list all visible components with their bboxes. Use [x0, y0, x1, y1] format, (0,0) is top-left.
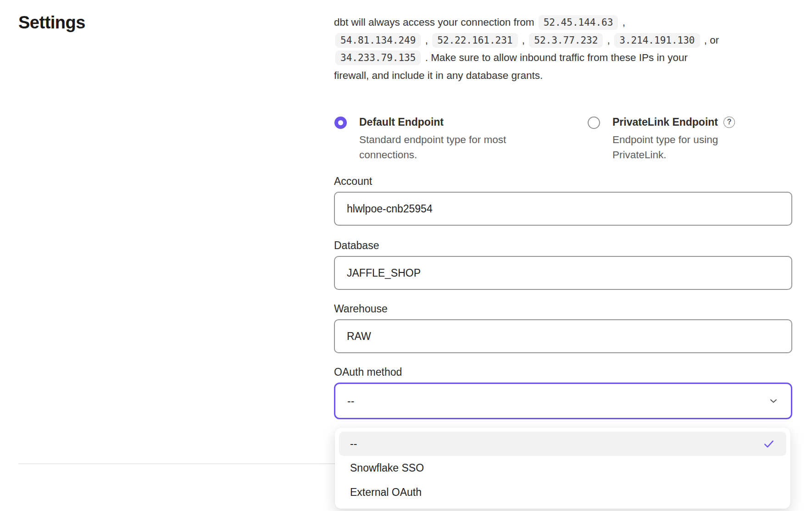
default-endpoint-description: Standard endpoint type for most connecti… — [359, 132, 538, 162]
database-input[interactable] — [334, 256, 792, 290]
ip-address-chip: 34.233.79.135 — [335, 50, 421, 65]
intro-text: , — [422, 34, 431, 46]
dropdown-option-snowflake-sso[interactable]: Snowflake SSO — [339, 456, 786, 480]
oauth-method-selected-value: -- — [347, 395, 354, 407]
intro-text: . Make sure to allow inbound traffic fro… — [422, 52, 688, 64]
default-endpoint-option[interactable]: Default Endpoint Standard endpoint type … — [334, 116, 538, 162]
intro-line: firewall, and include it in any database… — [334, 67, 793, 85]
page-title: Settings — [18, 13, 85, 33]
warehouse-field-group: Warehouse — [334, 303, 792, 353]
intro-text: , — [604, 34, 613, 46]
warehouse-label: Warehouse — [334, 303, 792, 315]
oauth-method-select[interactable]: -- — [334, 383, 792, 419]
dropdown-option-[interactable]: -- — [339, 432, 786, 456]
ip-allowlist-text: dbt will always access your connection f… — [334, 14, 793, 84]
endpoint-type-radio-group: Default Endpoint Standard endpoint type … — [334, 116, 793, 163]
account-input[interactable] — [334, 192, 792, 226]
default-endpoint-label: Default Endpoint — [359, 116, 538, 128]
oauth-method-label: OAuth method — [334, 366, 792, 378]
privatelink-endpoint-radio[interactable] — [588, 117, 600, 129]
ip-address-chip: 52.22.161.231 — [432, 33, 517, 48]
privatelink-endpoint-option[interactable]: PrivateLink Endpoint ? Endpoint type for… — [588, 116, 750, 162]
intro-text: dbt will always access your connection f… — [334, 17, 537, 28]
ip-address-chip: 52.45.144.63 — [539, 15, 618, 30]
warehouse-input[interactable] — [334, 319, 792, 353]
dropdown-option-label: -- — [350, 438, 357, 450]
dropdown-option-label: External OAuth — [350, 486, 422, 499]
ip-address-chip: 52.3.77.232 — [529, 33, 603, 48]
dropdown-option-label: Snowflake SSO — [350, 462, 424, 474]
privatelink-endpoint-text: PrivateLink Endpoint ? Endpoint type for… — [612, 116, 750, 162]
account-label: Account — [334, 175, 792, 188]
database-label: Database — [334, 239, 792, 252]
ip-address-chip: 3.214.191.130 — [614, 33, 700, 48]
account-field-group: Account — [334, 175, 792, 226]
privatelink-endpoint-description: Endpoint type for using PrivateLink. — [612, 132, 750, 162]
default-endpoint-radio[interactable] — [334, 117, 347, 129]
dropdown-option-external-oauth[interactable]: External OAuth — [339, 480, 786, 505]
intro-text: firewall, and include it in any database… — [334, 70, 543, 82]
privatelink-endpoint-label: PrivateLink Endpoint — [612, 116, 718, 128]
intro-text: , — [619, 17, 625, 28]
oauth-dropdown: --Snowflake SSOExternal OAuth — [335, 428, 790, 509]
intro-text: , or — [701, 34, 719, 46]
intro-line: 54.81.134.249 , 52.22.161.231 , 52.3.77.… — [334, 32, 793, 50]
oauth-method-field-group: OAuth method -- — [334, 366, 792, 419]
intro-line: dbt will always access your connection f… — [334, 14, 793, 32]
intro-line: 34.233.79.135 . Make sure to allow inbou… — [334, 49, 793, 67]
question-circle-icon[interactable]: ? — [723, 117, 735, 128]
default-endpoint-text: Default Endpoint Standard endpoint type … — [359, 116, 538, 162]
intro-text: , — [519, 34, 528, 46]
chevron-down-icon — [768, 395, 779, 406]
check-icon — [762, 438, 775, 450]
ip-address-chip: 54.81.134.249 — [335, 33, 421, 48]
database-field-group: Database — [334, 239, 792, 290]
